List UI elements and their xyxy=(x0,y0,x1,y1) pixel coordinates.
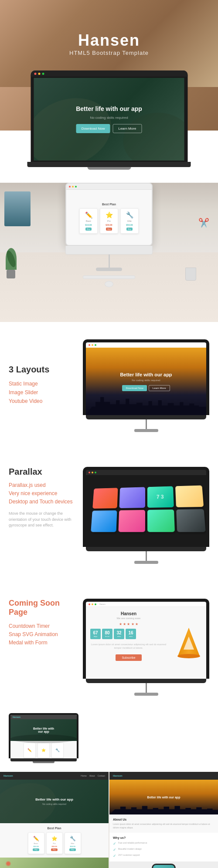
layout-item-1: Static Image xyxy=(9,381,74,387)
imac-screen-title: Best Plan xyxy=(102,203,116,206)
parallax-description: Move the mouse or change the orientation… xyxy=(9,511,74,529)
coming-screen-subtitle: We are coming soon xyxy=(90,617,167,620)
coming-screen-title: Hansen xyxy=(90,611,167,616)
coming-soon-monitor: Hansen Hansen We are coming soon ★ ★ ★ ★… xyxy=(83,599,209,696)
layout-item-2: Image Slider xyxy=(9,389,74,395)
parallax-monitor: 7 3 xyxy=(83,467,209,564)
city-btn-secondary[interactable]: Learn More xyxy=(149,385,170,391)
small-laptop: Hansen Better life withour app ✏️ ⭐ 🔧 xyxy=(9,713,78,763)
parallax-item-2: Very nice experience xyxy=(9,490,74,496)
coming-desc: Lorem ipsum dolor sit amet consectetur a… xyxy=(90,643,167,650)
parallax-item-1: Parallax.js used xyxy=(9,482,74,488)
coming-subscribe-btn[interactable]: Subscribe xyxy=(116,654,141,661)
coming-soon-text: Coming Soon Page Countdown Timer Snap SV… xyxy=(9,599,74,648)
coming-item-2: Snap SVG Animation xyxy=(9,631,74,637)
cone-svg xyxy=(176,626,202,660)
city-headline: Better life with our app xyxy=(120,372,172,377)
layout-item-3: Youtube Video xyxy=(9,398,74,404)
parallax-item-3: Desktop and Touch devices xyxy=(9,499,74,505)
parallax-text: Parallax Parallax.js used Very nice expe… xyxy=(9,467,74,529)
layouts-section: 3 Layouts Static Image Image Slider Yout… xyxy=(0,322,218,449)
hero-content: Better life with our app No coding skill… xyxy=(76,105,142,133)
coming-item-3: Medal with Form xyxy=(9,640,74,646)
site-subtitle: HTML5 Bootstrap Template xyxy=(69,50,149,56)
laptop-mockup: Better life with our app No coding skill… xyxy=(31,70,187,162)
fp-logo: Hansen xyxy=(3,774,13,777)
city-btn-primary[interactable]: Download Now xyxy=(122,385,146,391)
imac-mockup: Best Plan ✏️ Basic $19.99 Buy ⭐ Pro $39.… xyxy=(65,183,153,287)
city-monitor: Better life with our app No coding skill… xyxy=(83,339,209,432)
full-page-preview: Hansen Home About Contact Better life wi… xyxy=(0,772,218,868)
parallax-section: Parallax Parallax.js used Very nice expe… xyxy=(0,449,218,581)
layouts-text: 3 Layouts Static Image Image Slider Yout… xyxy=(9,365,74,407)
hero-primary-btn[interactable]: Download Now xyxy=(76,124,110,133)
hero-secondary-btn[interactable]: Learn More xyxy=(112,124,142,133)
svg-point-3 xyxy=(177,654,200,658)
coming-soon-section: Coming Soon Page Countdown Timer Snap SV… xyxy=(0,581,218,713)
coming-item-1: Countdown Timer xyxy=(9,623,74,629)
site-title: Hansen xyxy=(78,31,140,50)
desk-section: Best Plan ✏️ Basic $19.99 Buy ⭐ Pro $39.… xyxy=(0,183,218,322)
